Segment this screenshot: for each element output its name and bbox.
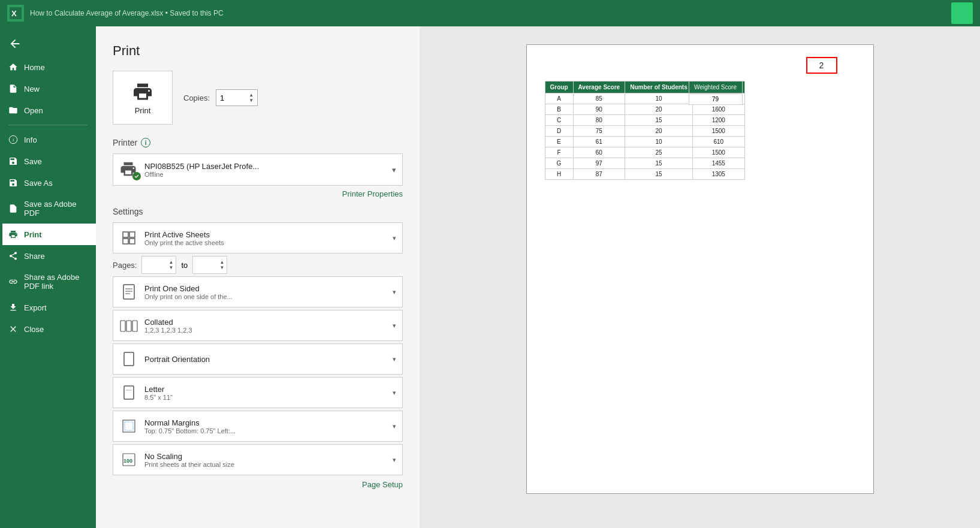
page-setup-link[interactable]: Page Setup — [113, 480, 403, 489]
setting-onesided-chevron: ▾ — [393, 288, 396, 296]
table-cell: 15 — [625, 158, 693, 169]
sidebar-item-share-label: Share — [24, 252, 45, 261]
sidebar-item-new[interactable]: New — [0, 78, 96, 99]
setting-margins[interactable]: Normal Margins Top: 0.75" Bottom: 0.75" … — [113, 411, 403, 442]
table-cell: 15 — [625, 169, 693, 180]
printer-status: Offline — [144, 171, 259, 178]
table-cell: 61 — [573, 137, 625, 147]
table-cell: B — [545, 104, 573, 115]
setting-letter[interactable]: Letter 8.5" x 11" ▾ — [113, 377, 403, 408]
sidebar-item-info[interactable]: i Info — [0, 129, 96, 150]
print-one-sided-sub: Only print on one side of the... — [144, 293, 387, 300]
sidebar-item-shareadobe[interactable]: Share as Adobe PDF link — [0, 267, 96, 297]
minimize-button[interactable] — [951, 2, 973, 24]
page-number-box: 2 — [806, 57, 837, 74]
svg-text:i: i — [13, 137, 14, 143]
print-button-label: Print — [135, 106, 151, 115]
table-cell: 80 — [573, 115, 625, 126]
table-cell: 10 — [625, 93, 693, 104]
sidebar-item-info-label: Info — [24, 135, 37, 144]
print-one-sided-text: Print One Sided Only print on one side o… — [144, 284, 387, 300]
table-cell: 90 — [573, 104, 625, 115]
table-cell: 10 — [625, 137, 693, 147]
sidebar-item-saveadobe-label: Save as Adobe PDF — [24, 200, 88, 218]
table-cell: 25 — [625, 147, 693, 158]
pages-from-spinner[interactable]: ▲▼ — [169, 260, 174, 270]
excel-icon: X — [7, 5, 24, 22]
pages-from-input[interactable]: ▲▼ — [141, 256, 176, 274]
scaling-icon: 100 — [119, 450, 138, 469]
preview-page: 2 Group Average Score Number of Students… — [526, 44, 874, 494]
print-controls: Print Copies: 1 ▲ ▼ — [113, 71, 403, 125]
setting-print-one-sided[interactable]: Print One Sided Only print on one side o… — [113, 276, 403, 307]
table-row: H87151305 — [545, 169, 744, 180]
sidebar-item-saveadobe[interactable]: Save as Adobe PDF — [0, 194, 96, 224]
svg-text:100: 100 — [123, 458, 132, 464]
print-button[interactable]: Print — [113, 71, 173, 125]
scaling-main: No Scaling — [144, 452, 387, 461]
table-cell: 1600 — [692, 104, 744, 115]
copies-input[interactable]: 1 ▲ ▼ — [216, 89, 258, 106]
setting-scaling-chevron: ▾ — [393, 456, 396, 464]
col-group: Group — [545, 82, 573, 93]
svg-rect-4 — [123, 232, 128, 237]
letter-icon — [119, 383, 138, 402]
pages-to-input[interactable]: ▲▼ — [192, 256, 227, 274]
table-cell: 87 — [573, 169, 625, 180]
setting-collated[interactable]: Collated 1,2,3 1,2,3 1,2,3 ▾ — [113, 310, 403, 341]
topbar-title: How to Calculate Average of Average.xlsx… — [30, 9, 224, 17]
content-area: Print Print Copies: 1 ▲ ▼ — [96, 26, 980, 528]
svg-rect-6 — [123, 239, 128, 244]
sidebar-item-export[interactable]: Export — [0, 297, 96, 318]
letter-sub: 8.5" x 11" — [144, 394, 387, 401]
setting-chevron-icon: ▾ — [393, 234, 396, 242]
printer-info-icon[interactable]: i — [141, 138, 150, 147]
col-avg-score: Average Score — [573, 82, 625, 93]
print-active-sheets-main: Print Active Sheets — [144, 230, 387, 239]
setting-portrait-chevron: ▾ — [393, 355, 396, 363]
svg-text:X: X — [11, 9, 17, 18]
sidebar-item-print[interactable]: Print — [0, 224, 96, 245]
sidebar-item-open[interactable]: Open — [0, 99, 96, 121]
preview-area: 2 Group Average Score Number of Students… — [420, 26, 980, 528]
table-cell: 1305 — [692, 169, 744, 180]
settings-title: Settings — [113, 207, 403, 216]
collated-text: Collated 1,2,3 1,2,3 1,2,3 — [144, 318, 387, 334]
pages-to-spinner[interactable]: ▲▼ — [219, 260, 224, 270]
collated-icon — [119, 316, 138, 335]
copies-spinner[interactable]: ▲ ▼ — [249, 93, 254, 103]
table-cell: D — [545, 126, 573, 137]
topbar: X How to Calculate Average of Average.xl… — [0, 0, 980, 26]
printer-properties-link[interactable]: Printer Properties — [113, 189, 403, 198]
pages-row: Pages: ▲▼ to ▲▼ — [113, 256, 403, 274]
sidebar-item-close[interactable]: Close — [0, 318, 96, 340]
letter-text: Letter 8.5" x 11" — [144, 385, 387, 401]
table-cell: G — [545, 158, 573, 169]
svg-rect-13 — [126, 321, 131, 331]
print-active-sheets-sub: Only print the active sheets — [144, 239, 387, 246]
setting-print-active-sheets[interactable]: Print Active Sheets Only print the activ… — [113, 222, 403, 254]
table-cell: 20 — [625, 126, 693, 137]
sidebar-item-saveas[interactable]: Save As — [0, 172, 96, 194]
back-button[interactable] — [0, 31, 96, 56]
svg-rect-5 — [129, 232, 135, 237]
sidebar-item-print-label: Print — [24, 230, 42, 239]
sidebar-item-share[interactable]: Share — [0, 245, 96, 267]
margins-icon — [119, 417, 138, 436]
setting-portrait[interactable]: Portrait Orientation ▾ — [113, 343, 403, 375]
page-number: 2 — [819, 61, 824, 70]
svg-rect-15 — [124, 352, 134, 366]
sidebar-item-home[interactable]: Home — [0, 56, 96, 78]
table-cell: 1500 — [692, 147, 744, 158]
setting-scaling[interactable]: 100 No Scaling Print sheets at their act… — [113, 444, 403, 475]
printer-select[interactable]: NPI08B525 (HP LaserJet Profe... Offline … — [113, 153, 403, 186]
sidebar-item-shareadobe-label: Share as Adobe PDF link — [24, 273, 88, 291]
letter-main: Letter — [144, 385, 387, 394]
table-cell: F — [545, 147, 573, 158]
sidebar-item-open-label: Open — [24, 106, 43, 115]
table-cell: 20 — [625, 104, 693, 115]
table-cell: 75 — [573, 126, 625, 137]
copies-label: Copies: — [183, 93, 210, 102]
table-cell: 85 — [573, 93, 625, 104]
sidebar-item-save[interactable]: Save — [0, 150, 96, 172]
